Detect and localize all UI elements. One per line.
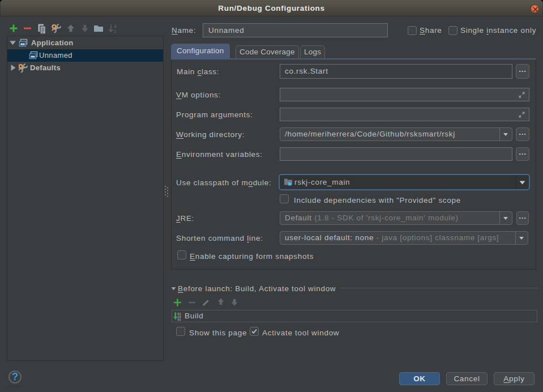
svg-text:z: z [114, 28, 117, 34]
svg-text:01: 01 [177, 318, 181, 321]
